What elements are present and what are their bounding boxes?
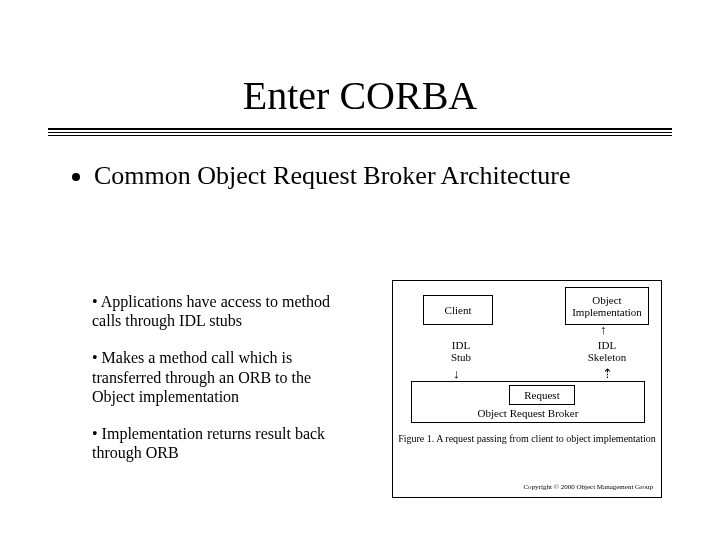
title-underline	[48, 128, 672, 138]
arrow-down-icon: ↓	[453, 367, 460, 380]
main-bullet-block: Common Object Request Broker Architectur…	[70, 160, 571, 193]
diagram-orb-label: Object Request Broker	[412, 407, 644, 419]
slide: Enter CORBA Common Object Request Broker…	[0, 0, 720, 540]
diagram-caption: Figure 1. A request passing from client …	[393, 433, 661, 445]
arrow-up-icon: ↑	[600, 323, 607, 336]
diagram-idl-skeleton-label: IDL Skeleton	[579, 339, 635, 363]
corba-diagram: Client Object Implementation IDL Stub ID…	[392, 280, 662, 498]
arrow-up-dashed-icon: ⇡	[602, 367, 613, 380]
diagram-client-box: Client	[423, 295, 493, 325]
left-column: • Applications have access to method cal…	[92, 292, 352, 480]
slide-title: Enter CORBA	[0, 72, 720, 119]
diagram-copyright: Copyright © 2000 Object Management Group	[523, 483, 653, 491]
sub-bullet-3: • Implementation returns result back thr…	[92, 424, 352, 462]
sub-bullet-2: • Makes a method call which is transferr…	[92, 348, 352, 406]
diagram-request-box: Request	[509, 385, 575, 405]
sub-bullet-1: • Applications have access to method cal…	[92, 292, 352, 330]
main-bullet: Common Object Request Broker Architectur…	[94, 160, 571, 193]
diagram-object-impl-box: Object Implementation	[565, 287, 649, 325]
diagram-idl-stub-label: IDL Stub	[441, 339, 481, 363]
